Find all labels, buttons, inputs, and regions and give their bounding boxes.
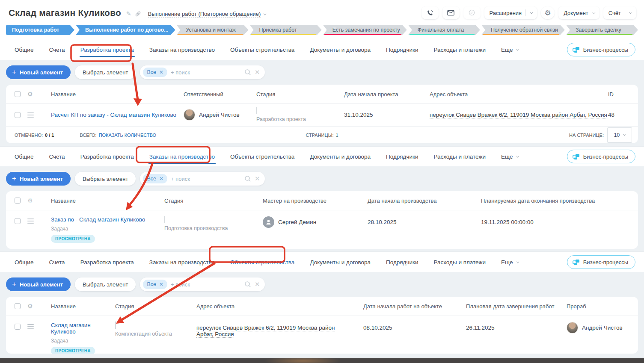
chip-remove-icon[interactable]: ✕	[159, 69, 163, 75]
tab-general[interactable]: Общие	[15, 259, 33, 266]
stage-progress-bar[interactable]	[115, 322, 116, 329]
master-name[interactable]: Сергей Демин	[278, 219, 316, 225]
foreman-name[interactable]: Андрей Чистов	[582, 325, 623, 331]
select-item-button[interactable]: Выбрать элемент	[75, 65, 136, 79]
column-header-id[interactable]: ID	[608, 91, 638, 97]
stage-ustanovka-montazh[interactable]: Установка и монтаж	[176, 25, 248, 35]
search-filter-field[interactable]: Все✕ + поиск ✕	[140, 65, 265, 79]
search-icon[interactable]	[244, 175, 251, 182]
tab-invoices[interactable]: Счета	[49, 153, 65, 160]
clear-search-icon[interactable]: ✕	[255, 175, 260, 183]
per-page-select[interactable]: 10	[607, 127, 632, 143]
tab-general[interactable]: Общие	[15, 47, 33, 53]
column-header-foreman[interactable]: Прораб	[567, 303, 638, 310]
new-item-button[interactable]: +Новый элемент	[6, 172, 71, 186]
column-header-master[interactable]: Мастер на производстве	[263, 198, 368, 204]
tab-contractors[interactable]: Подрядчики	[386, 47, 418, 53]
invoice-button[interactable]: Счёт	[603, 6, 636, 19]
tab-project-development[interactable]: Разработка проекта	[80, 47, 134, 53]
responsible-name[interactable]: Андрей Чистов	[199, 112, 240, 118]
document-button[interactable]: Документ	[558, 6, 599, 19]
tab-production-orders[interactable]: Заказы на производство	[149, 47, 215, 53]
row-menu-icon[interactable]	[27, 218, 34, 224]
item-link[interactable]: Расчет КП по заказу - Склад магазин Кули…	[51, 112, 184, 118]
email-button[interactable]	[442, 6, 460, 19]
edit-title-icon[interactable]: ✎	[126, 11, 131, 17]
tab-documents-contracts[interactable]: Документы и договора	[310, 47, 371, 53]
stage-zavershit-sdelku[interactable]: Завершить сделку	[566, 25, 638, 35]
item-link[interactable]: Склад магазин Куликово	[51, 322, 115, 335]
clear-search-icon[interactable]: ✕	[255, 68, 260, 76]
tab-expenses-payments[interactable]: Расходы и платежи	[433, 47, 486, 53]
clear-search-icon[interactable]: ✕	[255, 280, 260, 288]
stage-finalnaya-oplata[interactable]: Финальная оплата	[408, 25, 480, 35]
tab-expenses-payments[interactable]: Расходы и платежи	[433, 153, 486, 160]
tab-project-development[interactable]: Разработка проекта	[80, 153, 134, 160]
column-header-date-start[interactable]: Дата начала проекта	[344, 91, 430, 97]
row-checkbox[interactable]	[15, 324, 21, 330]
copy-link-icon[interactable]	[135, 11, 141, 17]
select-all-checkbox[interactable]	[15, 91, 21, 97]
search-icon[interactable]	[244, 281, 251, 288]
column-header-date-start[interactable]: Дата начала производства	[368, 198, 481, 204]
column-header-date-end[interactable]: Плановая дата завершения работ	[466, 303, 567, 310]
tab-invoices[interactable]: Счета	[49, 47, 65, 53]
tab-more[interactable]: Еще	[501, 153, 518, 160]
row-menu-icon[interactable]	[27, 112, 34, 118]
tab-construction-objects[interactable]: Объекты строительства	[230, 259, 294, 266]
select-all-checkbox[interactable]	[15, 303, 21, 309]
tab-more[interactable]: Еще	[501, 47, 518, 53]
column-header-date-end[interactable]: Планируемая дата окончания производства	[481, 198, 638, 204]
pipeline-selector[interactable]: Выполнение работ (Повторное обращение)	[148, 11, 261, 18]
settings-button[interactable]: ⚙	[541, 6, 555, 19]
column-settings-icon[interactable]: ⚙	[27, 198, 33, 204]
business-processes-button[interactable]: Бизнес-процессы	[567, 255, 635, 269]
tab-general[interactable]: Общие	[15, 153, 33, 160]
item-link[interactable]: Заказ по - Склад магазин Куликово	[51, 216, 145, 223]
tab-construction-objects[interactable]: Объекты строительства	[230, 153, 294, 160]
stage-priemka-rabot[interactable]: Приемка работ	[250, 25, 322, 35]
tab-contractors[interactable]: Подрядчики	[386, 259, 418, 266]
column-header-date-start[interactable]: Дата начала работ на объекте	[363, 303, 466, 310]
new-item-button[interactable]: +Новый элемент	[6, 65, 71, 79]
search-icon[interactable]	[244, 69, 251, 76]
stage-zamechaniya[interactable]: Есть замечания по проекту	[323, 25, 407, 35]
chat-button[interactable]	[463, 6, 481, 19]
column-header-address[interactable]: Адрес объекта	[430, 91, 608, 97]
business-processes-button[interactable]: Бизнес-процессы	[567, 150, 635, 163]
select-item-button[interactable]: Выбрать элемент	[75, 172, 136, 186]
address-link[interactable]: переулок Сивцев Вражек 6/2, 119019 Москв…	[430, 112, 608, 118]
tab-more[interactable]: Еще	[501, 259, 518, 266]
address-link[interactable]: переулок Сивцев Вражек 6/2, 119019 Москв…	[196, 325, 335, 338]
call-button[interactable]	[421, 6, 439, 19]
new-item-button[interactable]: +Новый элемент	[6, 277, 71, 291]
tab-production-orders[interactable]: Заказы на производство	[149, 259, 215, 266]
tab-construction-objects[interactable]: Объекты строительства	[230, 47, 294, 53]
column-header-stage[interactable]: Стадия	[256, 91, 344, 97]
column-settings-icon[interactable]: ⚙	[27, 91, 33, 97]
filter-chip-all[interactable]: Все✕	[143, 68, 167, 77]
business-processes-button[interactable]: Бизнес-процессы	[567, 43, 635, 56]
row-checkbox[interactable]	[15, 112, 21, 118]
stage-progress-bar[interactable]	[164, 216, 165, 223]
filter-chip-all[interactable]: Все✕	[143, 174, 167, 183]
tab-documents-contracts[interactable]: Документы и договора	[310, 259, 371, 266]
search-filter-field[interactable]: Все✕ + поиск ✕	[140, 172, 265, 186]
tab-expenses-payments[interactable]: Расходы и платежи	[433, 259, 486, 266]
stage-progress-bar[interactable]	[256, 107, 257, 114]
stage-podgotovka-rabot[interactable]: Подготовка работ	[6, 25, 74, 35]
row-checkbox[interactable]	[15, 218, 21, 224]
chip-remove-icon[interactable]: ✕	[159, 176, 163, 182]
column-header-stage[interactable]: Стадия	[164, 198, 263, 204]
show-count-link[interactable]: ПОКАЗАТЬ КОЛИЧЕСТВО	[99, 133, 157, 138]
tab-documents-contracts[interactable]: Документы и договора	[310, 153, 371, 160]
tab-contractors[interactable]: Подрядчики	[386, 153, 418, 160]
tab-production-orders[interactable]: Заказы на производство	[149, 153, 215, 160]
column-header-stage[interactable]: Стадия	[115, 303, 196, 310]
select-item-button[interactable]: Выбрать элемент	[75, 277, 136, 291]
column-header-responsible[interactable]: Ответственный	[184, 91, 256, 97]
column-settings-icon[interactable]: ⚙	[27, 303, 33, 309]
row-menu-icon[interactable]	[27, 324, 34, 329]
search-filter-field[interactable]: Все✕ + поиск ✕	[140, 277, 265, 291]
filter-chip-all[interactable]: Все✕	[143, 280, 167, 289]
